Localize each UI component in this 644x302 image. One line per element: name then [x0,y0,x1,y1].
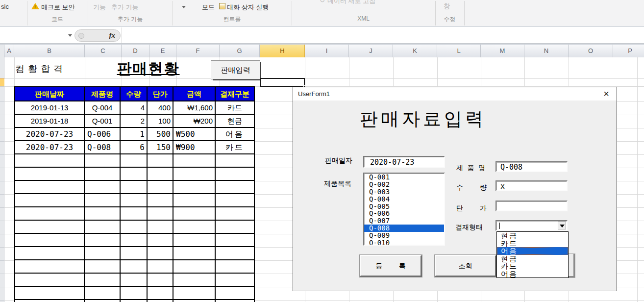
column-header-F[interactable]: F [176,45,220,57]
column-header-P[interactable]: P [613,45,644,57]
table-cell-empty[interactable] [121,247,148,260]
table-cell-empty[interactable] [15,168,85,181]
list-item[interactable]: Q-006 [364,210,444,217]
macro-security-button[interactable]: 매크로 보안 [41,3,75,12]
list-item[interactable]: Q-005 [364,203,444,210]
table-cell-empty[interactable] [121,168,148,181]
active-cell-h2[interactable] [260,78,305,87]
table-cell-empty[interactable] [121,194,148,207]
column-header-G[interactable]: G [220,45,260,57]
dropdown-item[interactable]: 어음 [497,270,568,278]
table-cell-product[interactable]: Q-004 [85,101,121,115]
table-cell-empty[interactable] [173,181,216,194]
table-cell-price[interactable]: 100 [148,115,173,128]
date-input[interactable]: 2020-07-23 [363,156,445,168]
table-cell-empty[interactable] [85,194,121,207]
table-cell-empty[interactable] [121,287,148,300]
list-item[interactable]: Q-007 [364,217,444,225]
table-cell-empty[interactable] [173,194,216,207]
column-header-C[interactable]: C [85,45,122,57]
table-cell-empty[interactable] [148,287,173,300]
table-cell-empty[interactable] [173,247,216,260]
table-header-cell[interactable]: 결재구분 [216,87,254,101]
table-cell-empty[interactable] [148,168,173,181]
table-header-cell[interactable]: 수량 [121,87,148,101]
collapse-circle-icon[interactable] [78,33,84,39]
table-cell-empty[interactable] [121,207,148,221]
table-cell-date[interactable]: 2019-01-13 [15,101,85,115]
table-cell-empty[interactable] [85,154,121,168]
table-cell-empty[interactable] [216,234,254,247]
query-button[interactable]: 조회 [435,255,496,277]
table-cell-empty[interactable] [15,154,85,168]
dropdown-item[interactable]: 현금 [497,255,568,263]
column-header-B[interactable]: B [14,45,85,57]
table-cell-empty[interactable] [216,274,254,287]
table-cell-empty[interactable] [121,300,148,302]
table-cell-empty[interactable] [15,260,85,274]
table-header-cell[interactable]: 단가 [148,87,173,101]
table-cell-pay[interactable]: 카드 [216,101,254,115]
product-name-input[interactable]: Q-008 [495,161,568,172]
sales-table[interactable]: 판매날짜제품명수량단가금액결재구분2019-01-13Q-0044400₩1,6… [14,86,255,302]
column-header-E[interactable]: E [149,45,176,57]
table-cell-empty[interactable] [85,300,121,302]
column-header-O[interactable]: O [569,45,613,57]
table-cell-empty[interactable] [15,207,85,221]
table-cell-empty[interactable] [121,234,148,247]
table-cell-empty[interactable] [148,247,173,260]
list-item[interactable]: Q-003 [364,188,444,196]
userform-titlebar[interactable]: UserForm1 × [293,87,617,101]
table-cell-empty[interactable] [216,221,254,234]
table-cell-empty[interactable] [173,260,216,274]
table-cell-empty[interactable] [148,260,173,274]
table-cell-empty[interactable] [85,181,121,194]
table-cell-empty[interactable] [121,274,148,287]
table-cell-empty[interactable] [15,274,85,287]
table-cell-empty[interactable] [216,168,254,181]
list-item[interactable]: Q-001 [364,174,444,181]
table-cell-date[interactable]: 2019-01-18 [15,115,85,128]
table-cell-pay[interactable]: 카드 [216,141,254,154]
name-box[interactable] [0,27,65,43]
fx-icon[interactable]: fx [109,31,116,40]
table-cell-empty[interactable] [216,181,254,194]
table-cell-amount[interactable]: ₩900 [173,141,216,154]
list-item[interactable]: Q-010 [364,239,444,246]
column-header-L[interactable]: L [437,45,481,57]
table-cell-empty[interactable] [173,287,216,300]
formula-input[interactable] [121,27,644,43]
table-cell-empty[interactable] [173,274,216,287]
table-cell-product[interactable]: Q-008 [85,141,121,154]
table-cell-empty[interactable] [85,168,121,181]
table-cell-empty[interactable] [148,194,173,207]
product-listbox[interactable]: Q-001Q-002Q-003Q-004Q-005Q-006Q-007Q-008… [363,173,445,246]
combobox-dropdown-button[interactable] [558,222,566,229]
table-cell-empty[interactable] [121,221,148,234]
table-cell-empty[interactable] [148,274,173,287]
quantity-input[interactable]: x [495,180,568,191]
table-cell-empty[interactable] [173,154,216,168]
table-cell-empty[interactable] [173,300,216,302]
table-cell-empty[interactable] [85,234,121,247]
select-all-corner[interactable] [0,45,4,57]
table-cell-date[interactable]: 2020-07-23 [15,128,85,141]
addins-button[interactable]: 기능 추가 기능 [93,3,138,12]
table-cell-pay[interactable]: 현금 [216,115,254,128]
refresh-data-button[interactable]: 데이터 새로 고침 [327,0,375,5]
table-cell-empty[interactable] [216,154,254,168]
dropdown-item[interactable]: 어음 [497,247,568,255]
table-cell-empty[interactable] [85,247,121,260]
table-header-cell[interactable]: 판매날짜 [15,87,85,101]
table-cell-empty[interactable] [121,260,148,274]
selected-row-header[interactable] [0,78,4,86]
table-cell-qty[interactable]: 4 [121,101,148,115]
table-cell-empty[interactable] [148,300,173,302]
table-cell-price[interactable]: 150 [148,141,173,154]
table-cell-empty[interactable] [15,234,85,247]
table-cell-empty[interactable] [148,221,173,234]
payment-dropdown-list[interactable]: 현금카드어음현금카드어음 [496,231,569,278]
register-button[interactable]: 등 록 [360,255,422,277]
visual-basic-button[interactable]: sic [1,3,9,10]
table-cell-product[interactable]: Q-006 [85,128,121,141]
